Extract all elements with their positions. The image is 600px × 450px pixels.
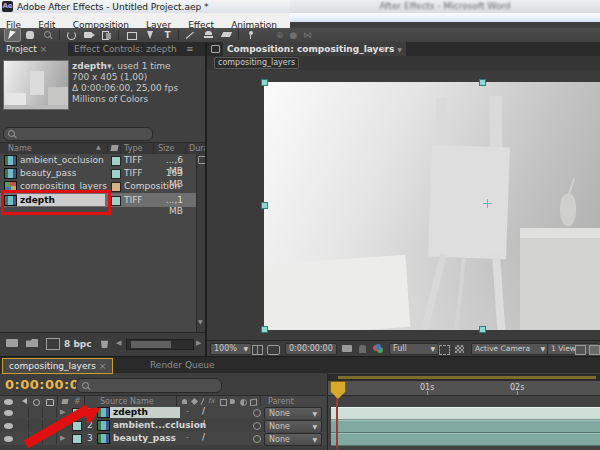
grid-guides-icon[interactable] bbox=[252, 345, 263, 355]
column-type[interactable]: Type bbox=[124, 144, 142, 154]
clone-stamp-tool-icon[interactable] bbox=[202, 29, 217, 41]
project-panel-menu-icon[interactable]: ≡ bbox=[186, 42, 194, 56]
layer-visibility-eye-icon[interactable] bbox=[4, 436, 13, 442]
layer-switch-dash[interactable]: - bbox=[186, 433, 189, 443]
project-hscrollbar[interactable] bbox=[126, 339, 194, 350]
label-color-chip[interactable] bbox=[111, 182, 121, 192]
hscroll-left-icon[interactable]: ◀ bbox=[116, 339, 121, 347]
selection-handle[interactable] bbox=[479, 79, 486, 86]
lock-icon[interactable] bbox=[211, 45, 220, 53]
comp-frame-image[interactable] bbox=[264, 82, 600, 330]
puppet-pin-tool-icon[interactable] bbox=[244, 29, 259, 41]
audio-column-speaker-icon[interactable] bbox=[19, 398, 27, 404]
fast-previews-icon[interactable] bbox=[589, 345, 600, 355]
pixel-aspect-icon[interactable] bbox=[575, 345, 586, 355]
scrollbar-up-icon[interactable]: ▼ bbox=[198, 318, 203, 325]
rotation-tool-icon[interactable] bbox=[64, 29, 79, 41]
layer-label-chip[interactable] bbox=[72, 434, 82, 444]
time-ruler[interactable]: 0s 01s 02s bbox=[328, 381, 600, 396]
layer-row-zdepth[interactable]: ▶ 1 zdepth - / None ▼ bbox=[0, 406, 326, 419]
project-row-ambient-occlusion[interactable]: ambient_occlusion TIFF ...,6 MB bbox=[0, 154, 196, 167]
preview-dimensions: 700 x 405 (1,00) bbox=[72, 72, 178, 83]
layer-bar-ambient-occlusion[interactable] bbox=[331, 420, 600, 433]
project-search-input[interactable] bbox=[3, 127, 153, 141]
shape-tool-icon[interactable] bbox=[124, 29, 139, 41]
column-name[interactable]: Name bbox=[8, 144, 32, 154]
selection-handle[interactable] bbox=[479, 326, 486, 333]
bit-depth-label[interactable]: 8 bpc bbox=[64, 339, 92, 350]
timeline-search-input[interactable] bbox=[76, 378, 222, 393]
transparency-grid-icon[interactable] bbox=[455, 345, 464, 353]
brush-tool-icon[interactable] bbox=[184, 29, 199, 41]
label-color-chip[interactable] bbox=[111, 156, 121, 166]
solo-column-icon[interactable] bbox=[33, 399, 40, 406]
breadcrumb-compositing-layers[interactable]: compositing_layers bbox=[214, 57, 299, 69]
comp-tab-close-icon[interactable]: × bbox=[379, 42, 387, 56]
chevron-down-icon: ▼ bbox=[243, 344, 248, 354]
tab-project[interactable]: Project × bbox=[0, 42, 68, 56]
selection-tool-icon[interactable] bbox=[4, 28, 21, 42]
active-camera-dropdown[interactable]: Active Camera ▼ bbox=[471, 343, 549, 355]
label-column-tag-icon[interactable] bbox=[61, 399, 68, 404]
layer-quality-switch[interactable]: / bbox=[202, 419, 205, 429]
layer-bar-zdepth-selected[interactable] bbox=[331, 407, 600, 420]
label-color-chip[interactable] bbox=[111, 196, 121, 206]
resolution-dropdown[interactable]: Full ▼ bbox=[389, 343, 439, 355]
comp-tab-chevron-icon[interactable]: ▼ bbox=[397, 46, 402, 53]
layer-visibility-eye-icon[interactable] bbox=[4, 423, 13, 429]
snapshot-camera-icon[interactable] bbox=[342, 345, 352, 352]
label-column-tag-icon[interactable] bbox=[110, 145, 118, 151]
magnification-dropdown[interactable]: 100% ▼ bbox=[210, 343, 252, 355]
layer-bar-beauty-pass[interactable] bbox=[331, 433, 600, 446]
tab-project-close-icon[interactable]: × bbox=[40, 44, 48, 54]
tab-effect-controls[interactable]: Effect Controls: zdepth bbox=[74, 42, 177, 56]
camera-tool-icon[interactable] bbox=[82, 29, 97, 41]
eraser-tool-icon[interactable] bbox=[220, 29, 235, 41]
pan-behind-tool-icon[interactable] bbox=[100, 29, 115, 41]
layer-label-chip[interactable] bbox=[72, 421, 82, 431]
tab-render-queue[interactable]: Render Queue bbox=[150, 358, 214, 373]
switches-quality-icon bbox=[201, 398, 205, 405]
work-area-bar[interactable] bbox=[328, 374, 600, 381]
parent-pickwhip-icon[interactable] bbox=[253, 435, 261, 443]
comp-viewport[interactable] bbox=[207, 70, 600, 340]
zoom-tool-icon[interactable] bbox=[41, 29, 56, 41]
comp-timecode[interactable]: 0:00:00:00 bbox=[285, 343, 337, 355]
safe-margins-icon[interactable] bbox=[267, 345, 280, 355]
layer-switch-dash[interactable]: - bbox=[186, 407, 189, 417]
annotation-red-box bbox=[1, 190, 111, 215]
type-tool-icon[interactable]: T bbox=[160, 29, 175, 41]
hand-tool-icon[interactable] bbox=[23, 29, 38, 41]
project-settings-icon[interactable] bbox=[46, 338, 60, 350]
parent-pickwhip-icon[interactable] bbox=[253, 409, 261, 417]
after-effects-window: After Effects - Microsoft Word Ae Adobe … bbox=[0, 0, 600, 450]
layer-quality-switch[interactable]: / bbox=[202, 406, 205, 416]
selection-handle[interactable] bbox=[261, 79, 268, 86]
project-preview-thumbnail[interactable] bbox=[3, 60, 69, 110]
layer-quality-switch[interactable]: / bbox=[202, 432, 205, 442]
video-column-eye-icon[interactable] bbox=[4, 399, 13, 405]
region-of-interest-icon[interactable] bbox=[439, 345, 450, 355]
timeline-tab-close-icon[interactable]: × bbox=[99, 361, 107, 371]
lock-column-icon[interactable] bbox=[46, 399, 54, 406]
parent-pickwhip-icon[interactable] bbox=[253, 422, 261, 430]
parent-dropdown[interactable]: None ▼ bbox=[264, 433, 322, 446]
trash-icon[interactable] bbox=[100, 339, 109, 348]
cti-line[interactable] bbox=[336, 393, 338, 449]
layer-expand-icon[interactable]: ▶ bbox=[60, 408, 65, 416]
layer-expand-icon[interactable]: ▶ bbox=[60, 434, 65, 442]
layer-switch-dash[interactable]: - bbox=[186, 420, 189, 430]
label-color-chip[interactable] bbox=[111, 169, 121, 179]
interpret-footage-icon[interactable] bbox=[6, 339, 18, 347]
layer-visibility-eye-icon[interactable] bbox=[4, 410, 13, 416]
selection-handle[interactable] bbox=[261, 326, 268, 333]
current-time-indicator[interactable] bbox=[330, 381, 346, 399]
pen-tool-icon[interactable] bbox=[142, 29, 157, 41]
column-size[interactable]: Size bbox=[158, 144, 174, 154]
project-row-beauty-pass[interactable]: beauty_pass TIFF 163 MB bbox=[0, 167, 196, 180]
new-folder-icon[interactable] bbox=[26, 339, 38, 347]
sort-ascending-icon[interactable]: ▲ bbox=[96, 143, 101, 150]
hscroll-right-icon[interactable]: ▶ bbox=[196, 339, 201, 347]
tab-compositing-layers[interactable]: compositing_layers × bbox=[2, 358, 113, 374]
selection-handle[interactable] bbox=[261, 202, 268, 209]
